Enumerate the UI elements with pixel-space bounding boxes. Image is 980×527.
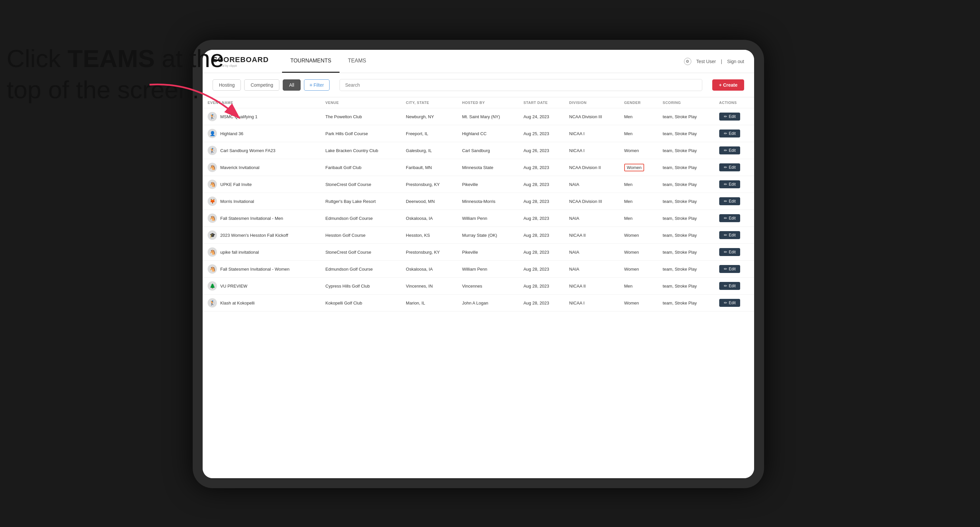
event-name-cell: 🏌️ Carl Sandburg Women FA23: [203, 142, 321, 159]
gender-highlight: Women: [624, 164, 644, 171]
hosted-by-cell: Carl Sandburg: [457, 142, 519, 159]
event-icon: 🐴: [208, 163, 217, 172]
edit-button[interactable]: ✏ Edit: [719, 130, 740, 138]
gender-cell: Men: [624, 199, 633, 204]
col-gender: GENDER: [619, 97, 658, 108]
gender-cell-td: Men: [619, 176, 658, 193]
gender-cell-td: Women: [619, 227, 658, 244]
edit-button[interactable]: ✏ Edit: [719, 180, 740, 188]
table-row: 🦊 Morris Invitational Ruttger's Bay Lake…: [203, 193, 754, 210]
city-state-cell: Prestonsburg, KY: [401, 176, 457, 193]
table-header: EVENT NAME VENUE CITY, STATE HOSTED BY S…: [203, 97, 754, 108]
filter-button[interactable]: ≡ Filter: [304, 79, 329, 90]
start-date-cell: Aug 24, 2023: [519, 108, 565, 125]
actions-cell: ✏ Edit: [714, 125, 754, 142]
table-row: 🐴 Fall Statesmen Invitational - Men Edmu…: [203, 210, 754, 227]
venue-cell: Park Hills Golf Course: [321, 125, 401, 142]
gender-cell-td: Men: [619, 125, 658, 142]
table-row: 🐴 UPKE Fall Invite StoneCrest Golf Cours…: [203, 176, 754, 193]
event-name-text: Maverick Invitational: [220, 165, 259, 170]
create-button[interactable]: + Create: [712, 79, 744, 90]
division-cell: NCAA Division II: [564, 159, 619, 176]
col-hosted-by: HOSTED BY: [457, 97, 519, 108]
venue-cell: StoneCrest Golf Course: [321, 176, 401, 193]
edit-button[interactable]: ✏ Edit: [719, 146, 740, 154]
venue-cell: Cypress Hills Golf Club: [321, 278, 401, 295]
city-state-cell: Vincennes, IN: [401, 278, 457, 295]
event-icon: 🐴: [208, 214, 217, 223]
annotation-bold: TEAMS: [67, 44, 155, 72]
actions-cell: ✏ Edit: [714, 295, 754, 311]
start-date-cell: Aug 28, 2023: [519, 159, 565, 176]
col-start-date: START DATE: [519, 97, 565, 108]
annotation-text: Click TEAMS at the top of the screen.: [6, 43, 224, 106]
actions-cell: ✏ Edit: [714, 278, 754, 295]
nav-tabs: TOURNAMENTS TEAMS: [282, 50, 684, 73]
division-cell: NAIA: [564, 261, 619, 278]
actions-cell: ✏ Edit: [714, 210, 754, 227]
edit-button[interactable]: ✏ Edit: [719, 214, 740, 222]
hosted-by-cell: Minnesota State: [457, 159, 519, 176]
gender-cell: Women: [624, 233, 639, 238]
division-cell: NICAA II: [564, 227, 619, 244]
edit-button[interactable]: ✏ Edit: [719, 248, 740, 256]
venue-cell: Lake Bracken Country Club: [321, 142, 401, 159]
event-name-cell: 🐴 Fall Statesmen Invitational - Women: [203, 261, 321, 278]
division-cell: NICAA I: [564, 295, 619, 311]
nav-tab-teams[interactable]: TEAMS: [339, 50, 374, 73]
edit-label: Edit: [729, 267, 736, 271]
venue-cell: Faribault Golf Club: [321, 159, 401, 176]
actions-cell: ✏ Edit: [714, 108, 754, 125]
edit-button[interactable]: ✏ Edit: [719, 265, 740, 273]
gender-cell-td: Men: [619, 278, 658, 295]
venue-cell: Edmundson Golf Course: [321, 210, 401, 227]
division-cell: NCAA Division III: [564, 193, 619, 210]
search-input[interactable]: [339, 79, 702, 91]
edit-button[interactable]: ✏ Edit: [719, 163, 740, 171]
nav-tab-tournaments[interactable]: TOURNAMENTS: [282, 50, 339, 73]
gender-cell: Women: [624, 148, 639, 153]
division-cell: NAIA: [564, 210, 619, 227]
user-name: Test User: [696, 59, 716, 64]
tablet-frame: SCOREBOARD Powered by clippit TOURNAMENT…: [192, 40, 764, 488]
edit-button[interactable]: ✏ Edit: [719, 197, 740, 205]
col-venue: VENUE: [321, 97, 401, 108]
competing-button[interactable]: Competing: [244, 79, 279, 90]
search-box: [339, 79, 702, 91]
edit-icon: ✏: [724, 250, 727, 254]
city-state-cell: Newburgh, NY: [401, 108, 457, 125]
table-row: 🌲 VU PREVIEW Cypress Hills Golf Club Vin…: [203, 278, 754, 295]
edit-button[interactable]: ✏ Edit: [719, 299, 740, 307]
table-row: 🐴 Fall Statesmen Invitational - Women Ed…: [203, 261, 754, 278]
event-icon: 🏌️: [208, 112, 217, 121]
start-date-cell: Aug 28, 2023: [519, 261, 565, 278]
event-name-text: UPKE Fall Invite: [220, 182, 252, 187]
scoring-cell: team, Stroke Play: [658, 125, 714, 142]
scoring-cell: team, Stroke Play: [658, 108, 714, 125]
edit-label: Edit: [729, 148, 736, 153]
edit-icon: ✏: [724, 216, 727, 221]
event-name-text: Highland 36: [220, 131, 243, 136]
edit-button[interactable]: ✏ Edit: [719, 231, 740, 239]
scoring-cell: team, Stroke Play: [658, 244, 714, 261]
edit-icon: ✏: [724, 284, 727, 288]
edit-label: Edit: [729, 114, 736, 119]
start-date-cell: Aug 28, 2023: [519, 227, 565, 244]
sign-out-link[interactable]: Sign out: [727, 59, 744, 64]
all-button[interactable]: All: [283, 79, 301, 90]
edit-label: Edit: [729, 284, 736, 288]
division-cell: NICAA I: [564, 142, 619, 159]
table-row: 🐴 upike fall invitational StoneCrest Gol…: [203, 244, 754, 261]
actions-cell: ✏ Edit: [714, 193, 754, 210]
event-name-cell: 🎓 2023 Women's Hesston Fall Kickoff: [203, 227, 321, 244]
edit-button[interactable]: ✏ Edit: [719, 113, 740, 121]
division-cell: NAIA: [564, 244, 619, 261]
start-date-cell: Aug 28, 2023: [519, 244, 565, 261]
venue-cell: Ruttger's Bay Lake Resort: [321, 193, 401, 210]
hosted-by-cell: William Penn: [457, 261, 519, 278]
event-icon: 🐴: [208, 179, 217, 189]
edit-button[interactable]: ✏ Edit: [719, 282, 740, 290]
settings-icon[interactable]: ⚙: [684, 58, 691, 65]
gender-cell-td: Men: [619, 210, 658, 227]
edit-label: Edit: [729, 165, 736, 170]
